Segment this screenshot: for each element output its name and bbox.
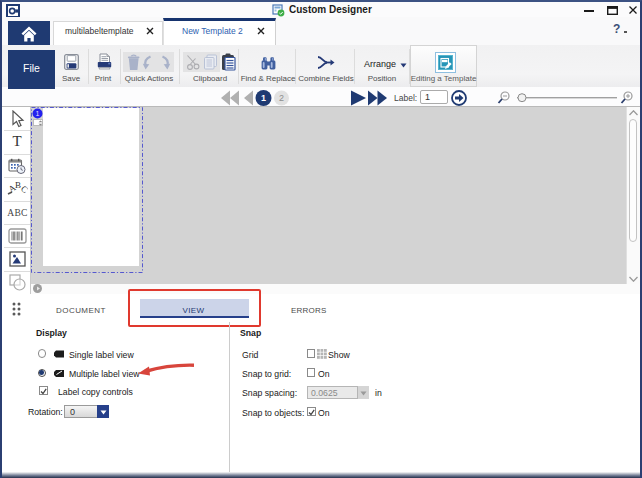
svg-text:1: 1 bbox=[261, 93, 266, 103]
svg-text:2: 2 bbox=[279, 93, 284, 103]
svg-text:1: 1 bbox=[36, 110, 40, 117]
